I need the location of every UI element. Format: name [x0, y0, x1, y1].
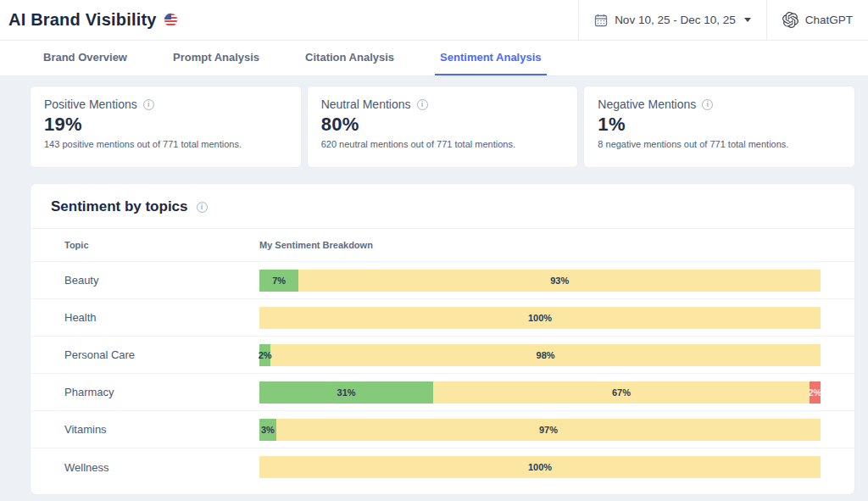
table-row-pharmacy: Pharmacy31%67%2% — [31, 374, 854, 411]
tab-sentiment-analysis[interactable]: Sentiment Analysis — [435, 41, 546, 75]
chevron-down-icon — [744, 18, 751, 22]
model-label: ChatGPT — [805, 14, 853, 26]
segment-value-label: 2% — [808, 387, 821, 398]
metric-cards: Positive Mentionsi19%143 positive mentio… — [30, 86, 855, 168]
card-title: Negative Mentions — [598, 97, 696, 111]
card-title: Positive Mentions — [44, 97, 137, 111]
segment-neutral[interactable]: 97% — [276, 419, 821, 441]
topic-label: Personal Care — [64, 348, 259, 361]
segment-positive[interactable]: 2% — [259, 344, 270, 366]
segment-neutral[interactable]: 93% — [298, 270, 821, 292]
tab-bar: Brand OverviewPrompt AnalysisCitation An… — [0, 41, 868, 76]
column-breakdown: My Sentiment Breakdown — [259, 240, 821, 250]
segment-value-label: 7% — [272, 276, 286, 286]
card-positive-mentions: Positive Mentionsi19%143 positive mentio… — [30, 86, 302, 168]
table-row-health: Health100% — [31, 299, 854, 337]
segment-value-label: 100% — [528, 462, 552, 472]
segment-value-label: 93% — [550, 276, 569, 286]
segment-positive[interactable]: 3% — [259, 419, 276, 441]
us-flag-icon — [164, 13, 178, 27]
chatgpt-logo-icon — [782, 12, 798, 28]
segment-value-label: 67% — [612, 387, 631, 398]
segment-neutral[interactable]: 67% — [433, 381, 810, 404]
panel-title: Sentiment by topics — [51, 198, 188, 215]
info-icon[interactable]: i — [197, 202, 208, 213]
segment-value-label: 31% — [337, 387, 356, 398]
topic-label: Wellness — [64, 461, 259, 474]
tab-citation-analysis[interactable]: Citation Analysis — [300, 41, 399, 75]
table-row-personal-care: Personal Care2%98% — [31, 337, 854, 374]
card-negative-mentions: Negative Mentionsi1%8 negative mentions … — [583, 86, 855, 168]
card-neutral-mentions: Neutral Mentionsi80%620 neutral mentions… — [307, 86, 579, 168]
table-column-header: Topic My Sentiment Breakdown — [31, 229, 854, 262]
app-header: AI Brand Visibility Nov 10, 25 - Dec 10,… — [0, 0, 868, 41]
topic-label: Health — [64, 311, 259, 324]
sentiment-bar: 3%97% — [259, 419, 821, 441]
table-row-vitamins: Vitamins3%97% — [31, 411, 854, 448]
card-caption: 8 negative mentions out of 771 total men… — [598, 139, 841, 149]
topic-label: Vitamins — [64, 423, 259, 436]
model-selector[interactable]: ChatGPT — [766, 0, 868, 40]
topic-label: Beauty — [64, 274, 259, 287]
panel-header: Sentiment by topics i — [31, 184, 854, 229]
tab-brand-overview[interactable]: Brand Overview — [38, 41, 132, 75]
sentiment-bar: 7%93% — [259, 270, 821, 292]
sentiment-by-topics-panel: Sentiment by topics i Topic My Sentiment… — [30, 183, 855, 495]
page-title: AI Brand Visibility — [8, 10, 157, 30]
info-icon[interactable]: i — [702, 99, 713, 110]
segment-neutral[interactable]: 98% — [270, 344, 821, 366]
date-range-label: Nov 10, 25 - Dec 10, 25 — [615, 14, 736, 26]
sentiment-bar: 31%67%2% — [259, 381, 821, 404]
card-caption: 620 neutral mentions out of 771 total me… — [321, 139, 565, 149]
segment-neutral[interactable]: 100% — [259, 307, 821, 329]
table-row-beauty: Beauty7%93% — [31, 262, 854, 299]
segment-value-label: 3% — [261, 425, 275, 435]
card-value: 19% — [44, 114, 287, 136]
segment-value-label: 98% — [537, 350, 555, 360]
table-body: Beauty7%93%Health100%Personal Care2%98%P… — [31, 262, 854, 486]
segment-negative[interactable]: 2% — [810, 381, 821, 404]
card-value: 80% — [321, 114, 565, 136]
table-row-wellness: Wellness100% — [31, 448, 854, 486]
sentiment-bar: 100% — [259, 456, 821, 478]
topic-label: Pharmacy — [64, 386, 259, 398]
card-value: 1% — [598, 114, 841, 136]
segment-positive[interactable]: 7% — [259, 270, 298, 292]
calendar-icon — [594, 14, 608, 27]
info-icon[interactable]: i — [417, 99, 428, 110]
column-topic: Topic — [64, 240, 259, 250]
date-range-picker[interactable]: Nov 10, 25 - Dec 10, 25 — [578, 0, 766, 40]
tab-prompt-analysis[interactable]: Prompt Analysis — [168, 41, 264, 75]
segment-neutral[interactable]: 100% — [259, 456, 821, 478]
segment-value-label: 97% — [539, 425, 558, 435]
segment-value-label: 100% — [528, 313, 552, 323]
segment-value-label: 2% — [259, 350, 272, 360]
card-caption: 143 positive mentions out of 771 total m… — [44, 139, 287, 149]
segment-positive[interactable]: 31% — [259, 381, 433, 404]
sentiment-bar: 100% — [259, 307, 821, 329]
card-title: Neutral Mentions — [321, 97, 411, 111]
sentiment-bar: 2%98% — [259, 344, 821, 366]
info-icon[interactable]: i — [143, 99, 154, 110]
